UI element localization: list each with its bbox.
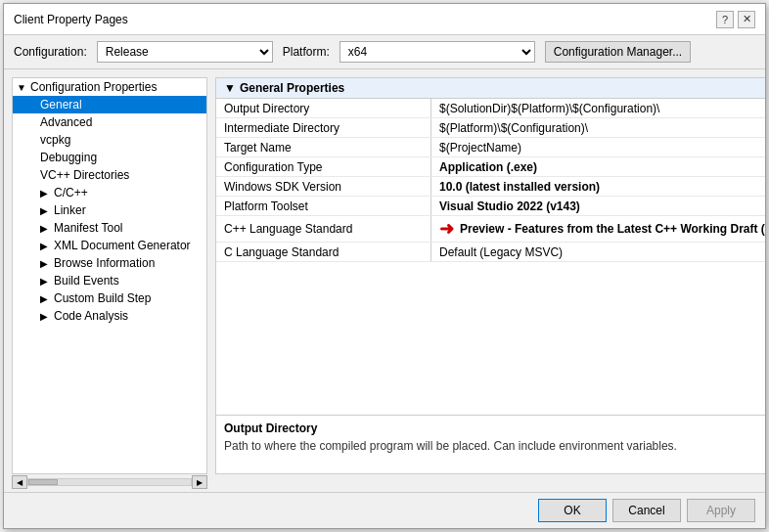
tree-item-label: C/C++ bbox=[54, 186, 88, 200]
tree-item-code-analysis[interactable]: ▶ Code Analysis bbox=[13, 307, 206, 325]
ok-button[interactable]: OK bbox=[538, 499, 607, 522]
tree-item-label: Manifest Tool bbox=[54, 221, 122, 235]
prop-name: Output Directory bbox=[216, 99, 431, 117]
scroll-right-arrow[interactable]: ▶ bbox=[192, 475, 207, 489]
properties-table: ▼ General Properties Output Directory $(… bbox=[215, 77, 765, 416]
left-scrollbar[interactable]: ◀ ▶ bbox=[12, 474, 207, 490]
tree-item-xmldoc[interactable]: ▶ XML Document Generator bbox=[13, 237, 206, 254]
config-label: Configuration: bbox=[14, 45, 87, 59]
prop-value: $(Platform)\$(Configuration)\ bbox=[431, 118, 765, 137]
tree-item-advanced[interactable]: Advanced bbox=[13, 113, 206, 131]
prop-name: Windows SDK Version bbox=[216, 177, 431, 196]
prop-row-c-standard: C Language Standard Default (Legacy MSVC… bbox=[216, 243, 765, 262]
close-button[interactable]: ✕ bbox=[738, 11, 755, 28]
scroll-thumb bbox=[28, 479, 58, 485]
prop-name: C++ Language Standard bbox=[216, 216, 431, 242]
prop-name: Configuration Type bbox=[216, 157, 431, 176]
tree-item-label: Linker bbox=[54, 203, 86, 217]
expand-icon: ▶ bbox=[40, 223, 54, 234]
prop-name: C Language Standard bbox=[216, 243, 431, 261]
dialog-title: Client Property Pages bbox=[14, 13, 128, 26]
tree-item-label: General bbox=[40, 98, 82, 111]
prop-row-platform-toolset: Platform Toolset Visual Studio 2022 (v14… bbox=[216, 197, 765, 216]
tree-item-debugging[interactable]: Debugging bbox=[13, 149, 206, 166]
help-button[interactable]: ? bbox=[716, 11, 734, 28]
tree-item-custom-build[interactable]: ▶ Custom Build Step bbox=[13, 289, 206, 307]
expand-icon: ▶ bbox=[40, 311, 54, 322]
tree-item-label: Custom Build Step bbox=[54, 291, 151, 305]
section-collapse-icon: ▼ bbox=[224, 81, 236, 95]
tree-item-browse[interactable]: ▶ Browse Information bbox=[13, 254, 206, 272]
prop-value: $(SolutionDir)$(Platform)\$(Configuratio… bbox=[431, 99, 765, 117]
section-header: ▼ General Properties bbox=[216, 78, 765, 99]
client-property-pages-dialog: Client Property Pages ? ✕ Configuration:… bbox=[3, 3, 766, 529]
tree-item-label: Browse Information bbox=[54, 256, 155, 270]
tree-item-vcdirectories[interactable]: VC++ Directories bbox=[13, 166, 206, 184]
info-title: Output Directory bbox=[224, 421, 765, 435]
prop-value: Default (Legacy MSVC) bbox=[431, 243, 765, 261]
red-arrow-icon: ➜ bbox=[439, 218, 454, 240]
info-description: Path to where the compiled program will … bbox=[224, 439, 765, 453]
main-content: ▼ Configuration Properties General Advan… bbox=[4, 69, 765, 482]
tree-item-general[interactable]: General bbox=[13, 96, 206, 113]
footer: OK Cancel Apply bbox=[4, 492, 765, 528]
tree-item-label: vcpkg bbox=[40, 133, 70, 147]
prop-name: Target Name bbox=[216, 138, 431, 156]
scroll-track[interactable] bbox=[27, 478, 192, 486]
apply-button[interactable]: Apply bbox=[687, 499, 755, 522]
tree-item-label: VC++ Directories bbox=[40, 168, 129, 182]
prop-row-target-name: Target Name $(ProjectName) bbox=[216, 138, 765, 157]
info-panel: Output Directory Path to where the compi… bbox=[215, 416, 765, 474]
collapse-icon: ▼ bbox=[17, 82, 30, 93]
prop-row-cpp-standard: C++ Language Standard ➜ Preview - Featur… bbox=[216, 216, 765, 243]
scroll-left-arrow[interactable]: ◀ bbox=[12, 475, 27, 489]
tree-root-label: Configuration Properties bbox=[30, 80, 157, 94]
prop-row-config-type: Configuration Type Application (.exe) bbox=[216, 157, 765, 177]
tree-item-vcpkg[interactable]: vcpkg bbox=[13, 131, 206, 149]
prop-value: Application (.exe) bbox=[431, 157, 765, 176]
prop-name: Intermediate Directory bbox=[216, 118, 431, 137]
cpp-standard-value: Preview - Features from the Latest C++ W… bbox=[460, 222, 765, 236]
prop-value: ➜ Preview - Features from the Latest C++… bbox=[431, 216, 765, 242]
tree-panel: ▼ Configuration Properties General Advan… bbox=[12, 77, 207, 474]
prop-row-output-dir: Output Directory $(SolutionDir)$(Platfor… bbox=[216, 99, 765, 118]
prop-value: $(ProjectName) bbox=[431, 138, 765, 156]
expand-icon: ▶ bbox=[40, 258, 54, 269]
prop-value: 10.0 (latest installed version) bbox=[431, 177, 765, 196]
config-manager-button[interactable]: Configuration Manager... bbox=[545, 41, 691, 63]
expand-icon: ▶ bbox=[40, 188, 54, 199]
tree-item-label: Advanced bbox=[40, 115, 92, 129]
tree-item-build-events[interactable]: ▶ Build Events bbox=[13, 272, 206, 289]
tree-item-label: Code Analysis bbox=[54, 309, 128, 323]
tree-item-label: Build Events bbox=[54, 274, 119, 288]
expand-icon: ▶ bbox=[40, 293, 54, 304]
tree-item-label: XML Document Generator bbox=[54, 239, 191, 252]
tree-item-linker[interactable]: ▶ Linker bbox=[13, 201, 206, 219]
section-title: General Properties bbox=[240, 81, 344, 95]
prop-value: Visual Studio 2022 (v143) bbox=[431, 197, 765, 215]
right-panel: ▼ General Properties Output Directory $(… bbox=[215, 77, 765, 474]
platform-select[interactable]: x64 bbox=[339, 41, 535, 63]
toolbar: Configuration: Release Platform: x64 Con… bbox=[4, 35, 765, 69]
tree-item-label: Debugging bbox=[40, 151, 97, 164]
tree-root[interactable]: ▼ Configuration Properties bbox=[13, 78, 206, 96]
prop-name: Platform Toolset bbox=[216, 197, 431, 215]
expand-icon: ▶ bbox=[40, 205, 54, 216]
tree-item-cpp[interactable]: ▶ C/C++ bbox=[13, 184, 206, 201]
expand-icon: ▶ bbox=[40, 276, 54, 287]
configuration-select[interactable]: Release bbox=[97, 41, 273, 63]
title-bar: Client Property Pages ? ✕ bbox=[4, 4, 765, 35]
tree-item-manifest[interactable]: ▶ Manifest Tool bbox=[13, 219, 206, 237]
prop-row-intermediate-dir: Intermediate Directory $(Platform)\$(Con… bbox=[216, 118, 765, 138]
cancel-button[interactable]: Cancel bbox=[612, 499, 681, 522]
expand-icon: ▶ bbox=[40, 241, 54, 251]
prop-row-sdk-version: Windows SDK Version 10.0 (latest install… bbox=[216, 177, 765, 197]
platform-label: Platform: bbox=[283, 45, 330, 59]
title-bar-controls: ? ✕ bbox=[716, 11, 755, 28]
